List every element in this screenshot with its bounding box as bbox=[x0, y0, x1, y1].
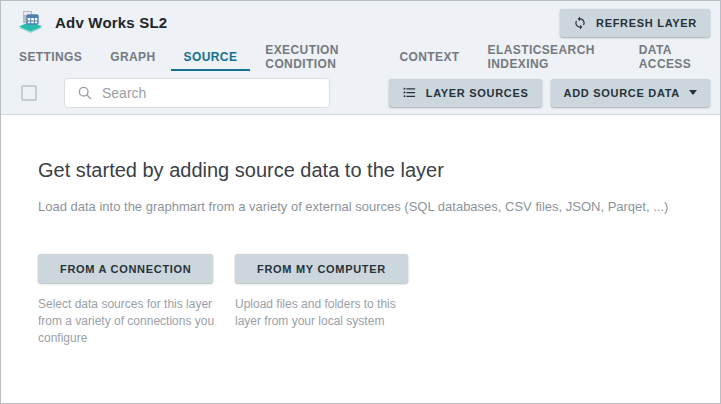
from-my-computer-button[interactable]: FROM MY COMPUTER bbox=[235, 254, 408, 283]
layer-sources-label: LAYER SOURCES bbox=[426, 87, 529, 99]
tab-data-access[interactable]: DATA ACCESS bbox=[626, 44, 715, 71]
select-all-checkbox[interactable] bbox=[21, 85, 37, 101]
layer-sources-button[interactable]: LAYER SOURCES bbox=[389, 79, 542, 107]
tab-elasticsearch-indexing[interactable]: ELASTICSEARCH INDEXING bbox=[475, 44, 624, 71]
action-from-connection: FROM A CONNECTION Select data sources fo… bbox=[38, 254, 216, 347]
search-icon bbox=[77, 85, 93, 101]
add-source-actions: FROM A CONNECTION Select data sources fo… bbox=[38, 254, 700, 347]
tab-bar: SETTINGS GRAPH SOURCE EXECUTION CONDITIO… bbox=[1, 44, 720, 71]
tab-graph[interactable]: GRAPH bbox=[97, 44, 168, 71]
empty-state-content: Get started by adding source data to the… bbox=[1, 115, 720, 347]
list-icon bbox=[402, 85, 417, 100]
from-my-computer-description: Upload files and folders to this layer f… bbox=[235, 296, 413, 330]
source-toolbar: LAYER SOURCES ADD SOURCE DATA bbox=[1, 71, 720, 115]
graphmart-layer-page: Adv Works SL2 REFRESH LAYER SETTINGS GRA… bbox=[0, 0, 721, 404]
header: Adv Works SL2 REFRESH LAYER bbox=[1, 1, 720, 44]
action-from-computer: FROM MY COMPUTER Upload files and folder… bbox=[235, 254, 413, 347]
layer-logo-icon bbox=[17, 9, 44, 36]
empty-state-heading: Get started by adding source data to the… bbox=[38, 159, 700, 182]
from-a-connection-button[interactable]: FROM A CONNECTION bbox=[38, 254, 213, 283]
from-a-connection-description: Select data sources for this layer from … bbox=[38, 296, 216, 347]
empty-state-subheading: Load data into the graphmart from a vari… bbox=[38, 199, 700, 214]
search-input[interactable] bbox=[102, 85, 321, 101]
refresh-layer-button[interactable]: REFRESH LAYER bbox=[560, 9, 710, 37]
chevron-down-icon bbox=[689, 90, 697, 95]
tab-source[interactable]: SOURCE bbox=[171, 44, 251, 71]
page-title: Adv Works SL2 bbox=[55, 14, 167, 31]
search-box[interactable] bbox=[64, 78, 330, 108]
add-source-data-label: ADD SOURCE DATA bbox=[564, 87, 680, 99]
tab-settings[interactable]: SETTINGS bbox=[6, 44, 95, 71]
tab-execution-condition[interactable]: EXECUTION CONDITION bbox=[252, 44, 384, 71]
tab-context[interactable]: CONTEXT bbox=[386, 44, 472, 71]
add-source-data-button[interactable]: ADD SOURCE DATA bbox=[551, 79, 710, 107]
refresh-icon bbox=[573, 16, 587, 30]
refresh-layer-label: REFRESH LAYER bbox=[596, 17, 697, 29]
